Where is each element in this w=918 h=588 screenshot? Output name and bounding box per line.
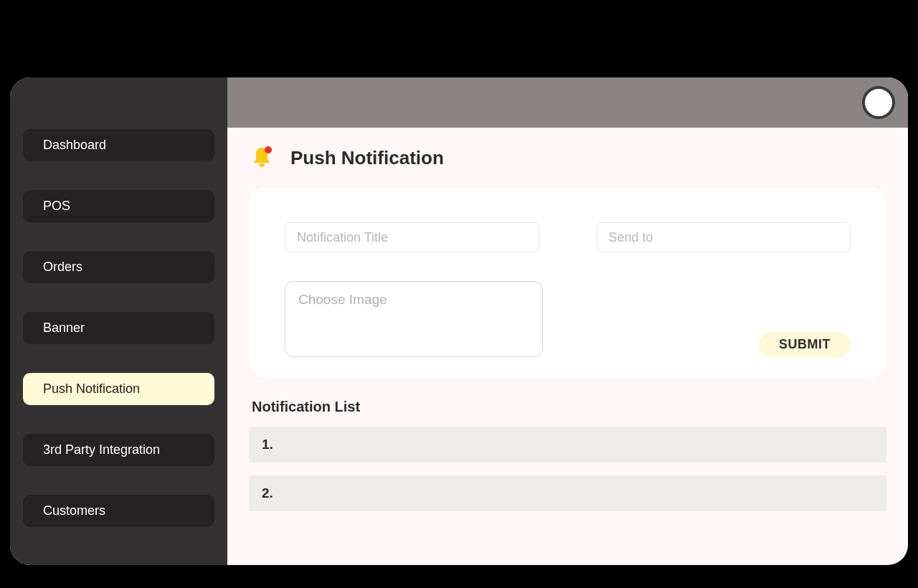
sidebar-item-customers[interactable]: Customers <box>23 495 214 527</box>
page-header: Push Notification <box>249 145 886 171</box>
submit-button[interactable]: SUBMIT <box>759 332 851 357</box>
list-item[interactable]: 2. <box>249 475 886 511</box>
main-area: Push Notification Choose Image SUBMIT No… <box>227 77 908 565</box>
sidebar-item-dashboard[interactable]: Dashboard <box>23 129 214 161</box>
send-to-input[interactable] <box>597 222 851 252</box>
app-window: Dashboard POS Orders Banner Push Notific… <box>10 77 908 565</box>
sidebar-item-orders[interactable]: Orders <box>23 251 214 283</box>
topbar <box>227 77 908 128</box>
sidebar-item-push-notification[interactable]: Push Notification <box>23 373 214 405</box>
avatar[interactable] <box>862 86 895 119</box>
notification-list-title: Notification List <box>252 399 886 415</box>
sidebar-item-3rd-party-integration[interactable]: 3rd Party Integration <box>23 434 214 466</box>
sidebar-item-banner[interactable]: Banner <box>23 312 214 344</box>
form-bottom: Choose Image SUBMIT <box>285 281 851 357</box>
svg-point-0 <box>265 146 272 153</box>
list-item[interactable]: 1. <box>249 427 886 463</box>
form-row <box>285 222 851 252</box>
choose-image-box[interactable]: Choose Image <box>285 281 543 357</box>
sidebar: Dashboard POS Orders Banner Push Notific… <box>10 77 227 565</box>
sidebar-item-pos[interactable]: POS <box>23 190 214 222</box>
notification-form-card: Choose Image SUBMIT <box>249 188 886 377</box>
notification-title-input[interactable] <box>285 222 539 252</box>
content: Push Notification Choose Image SUBMIT No… <box>227 128 908 565</box>
bell-icon <box>249 145 275 171</box>
page-title: Push Notification <box>290 147 444 169</box>
